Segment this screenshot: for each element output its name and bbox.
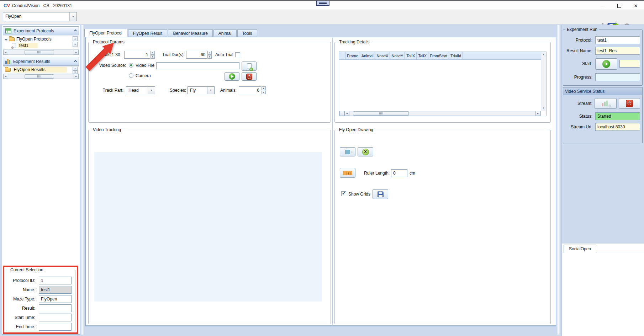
show-grids-checkbox[interactable] [341, 191, 346, 196]
experiment-results-header[interactable]: Experiment Results [3, 57, 79, 66]
video-file-radio[interactable] [129, 63, 133, 68]
ruler-length-input[interactable] [391, 169, 407, 177]
collapse-icon[interactable] [74, 60, 77, 63]
splitter-right[interactable] [557, 25, 560, 335]
col-tailx1[interactable]: TailX [405, 52, 417, 59]
protocol-row: Protocol: [563, 36, 642, 44]
start-time-field[interactable] [39, 314, 72, 321]
scroll-left-icon[interactable] [3, 50, 8, 55]
result-field[interactable] [39, 304, 72, 312]
window-drag-handle-icon[interactable] [316, 1, 329, 6]
start-run-button[interactable] [595, 58, 617, 70]
auto-trial-checkbox[interactable] [235, 52, 240, 57]
video-source-row: Video Source: Video File [89, 62, 331, 69]
scroll-right-icon[interactable] [535, 111, 540, 116]
col-animal[interactable]: Animal [360, 52, 375, 59]
preview-stop-button[interactable] [242, 72, 257, 81]
scroll-up-icon[interactable] [73, 67, 78, 70]
spin-up-icon[interactable] [207, 51, 212, 55]
ruler-button[interactable] [340, 168, 355, 178]
animals-stepper[interactable] [239, 86, 266, 94]
tab-tools[interactable]: Tools [237, 30, 257, 37]
scroll-left-icon[interactable] [3, 74, 8, 79]
scroll-up-icon[interactable] [73, 36, 78, 41]
tab-socialopen[interactable]: SocialOpen [564, 245, 596, 253]
start-time-field[interactable] [619, 60, 640, 68]
run-protocol-field[interactable] [595, 36, 640, 44]
clear-drawing-button[interactable]: X [358, 147, 373, 156]
collapse-icon[interactable] [74, 29, 77, 32]
results-tree-vscroll[interactable] [73, 67, 78, 74]
protocol-id-field[interactable] [39, 277, 72, 284]
protocols-tree-vscroll[interactable] [73, 36, 78, 47]
tab-flyopen-result[interactable]: FlyOpen Result [128, 30, 168, 37]
tab-flyopen-protocol[interactable]: FlyOpen Protocol [84, 29, 127, 37]
preview-play-button[interactable] [225, 72, 239, 81]
protocols-tree-hscroll[interactable] [3, 50, 79, 55]
scroll-left-icon[interactable] [344, 111, 349, 116]
close-button[interactable] [628, 1, 644, 11]
video-tracking-canvas[interactable] [94, 152, 322, 302]
draw-arena-button[interactable] [340, 147, 355, 156]
folder-icon [9, 37, 15, 41]
maze-type-field[interactable] [39, 295, 72, 303]
scrollbar-thumb[interactable] [353, 111, 409, 116]
spin-down-icon[interactable] [151, 55, 155, 59]
col-nosey[interactable]: NoseY [390, 52, 405, 59]
video-path-input[interactable] [156, 62, 239, 69]
experiment-protocols-header[interactable]: Experiment Protocols [3, 26, 79, 35]
scroll-down-icon[interactable] [541, 106, 546, 111]
scroll-right-icon[interactable] [74, 50, 79, 55]
spin-up-icon[interactable] [262, 86, 266, 90]
tab-animal[interactable]: Animal [213, 30, 237, 37]
spin-down-icon[interactable] [262, 91, 266, 95]
status-field[interactable] [595, 112, 640, 120]
track-part-select[interactable]: Head [126, 86, 155, 94]
scrollbar-thumb[interactable] [25, 50, 54, 54]
maximize-button[interactable] [611, 1, 627, 11]
scroll-down-icon[interactable] [73, 42, 78, 47]
tree-item-test1[interactable]: test1 [3, 42, 79, 49]
stream-start-button[interactable] [595, 98, 617, 109]
chevron-down-icon[interactable] [207, 87, 214, 94]
minimize-button[interactable] [594, 1, 611, 11]
trial-dur-input[interactable] [186, 51, 207, 59]
camera-radio[interactable] [129, 73, 133, 78]
animals-input[interactable] [239, 86, 261, 94]
col-trialid[interactable]: TrialId [449, 52, 463, 59]
tracking-table-hscroll[interactable] [339, 111, 541, 116]
maze-type-select[interactable]: FlyOpen [3, 12, 77, 21]
scroll-up-icon[interactable] [541, 52, 546, 57]
tree-item-flyopen-protocols[interactable]: FlyOpen Protocols [3, 36, 79, 42]
progress-field[interactable] [595, 73, 640, 81]
add-video-file-button[interactable] [242, 62, 257, 71]
col-tailx2[interactable]: TailX [417, 52, 428, 59]
end-time-field[interactable] [39, 323, 72, 331]
col-fromstart[interactable]: FromStart [428, 52, 449, 59]
scroll-right-icon[interactable] [74, 74, 79, 79]
col-frame[interactable]: Frame [345, 52, 360, 59]
chevron-down-icon[interactable] [148, 87, 155, 94]
tracking-table-vscroll[interactable] [541, 52, 546, 111]
scroll-down-icon[interactable] [73, 70, 78, 74]
stream-stop-button[interactable] [619, 98, 640, 109]
trials-input[interactable] [124, 51, 150, 59]
tab-behavior-measure[interactable]: Behavior Measure [168, 30, 212, 37]
species-select[interactable]: Fly [188, 86, 215, 94]
results-tree-hscroll[interactable] [3, 74, 79, 79]
name-field[interactable] [39, 286, 72, 294]
save-drawing-button[interactable] [373, 189, 388, 199]
expander-icon[interactable] [5, 38, 7, 41]
stream-uri-field[interactable] [595, 123, 640, 131]
trials-stepper[interactable] [124, 51, 155, 59]
scrollbar-thumb[interactable] [25, 74, 54, 79]
col-nosex[interactable]: NoseX [375, 52, 390, 59]
trial-dur-stepper[interactable] [186, 51, 212, 59]
tree-item-flyopen-results[interactable]: FlyOpen Results [3, 66, 79, 73]
trial-dur-label: Trial Dur(s): [161, 52, 185, 57]
ruler-length-label: Ruler Length: [364, 171, 390, 176]
result-name-field[interactable] [595, 47, 640, 55]
spin-up-icon[interactable] [151, 51, 155, 55]
chevron-down-icon[interactable] [69, 12, 76, 21]
spin-down-icon[interactable] [207, 55, 212, 59]
